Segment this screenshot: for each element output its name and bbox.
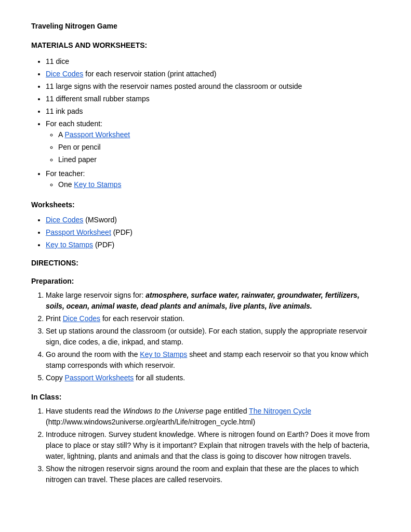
- list-item: Lined paper: [58, 154, 380, 165]
- list-item: Show the nitrogen reservoir signs around…: [46, 463, 380, 485]
- in-class-list: Have students read the Windows to the Un…: [46, 406, 380, 485]
- show-text: Show the nitrogen reservoir signs around…: [46, 464, 359, 484]
- copy-text: Copy: [46, 374, 65, 382]
- print-suffix: for each reservoir station.: [100, 314, 184, 323]
- in-class-header: In Class:: [31, 392, 380, 403]
- pdf-text1: (PDF): [111, 228, 132, 236]
- list-item: For teacher: One Key to Stamps: [46, 168, 380, 190]
- dice-codes-link2[interactable]: Dice Codes: [46, 216, 83, 224]
- preparation-list: Make large reservoir signs for: atmosphe…: [46, 290, 380, 383]
- worksheets-list: Dice Codes (MSword) Passport Worksheet (…: [46, 215, 380, 250]
- list-item: Make large reservoir signs for: atmosphe…: [46, 290, 380, 312]
- directions-header: DIRECTIONS:: [31, 258, 380, 269]
- a-text: A: [58, 130, 64, 139]
- list-item: Go around the room with the Key to Stamp…: [46, 349, 380, 371]
- msword-text: (MSword): [83, 216, 117, 224]
- teacher-sublist: One Key to Stamps: [58, 179, 380, 190]
- dice-codes-link3[interactable]: Dice Codes: [63, 314, 100, 323]
- dice-text: 11 dice: [46, 57, 69, 65]
- nitrogen-url: (http://www.windows2universe.org/earth/L…: [46, 418, 255, 426]
- materials-section: MATERIALS AND WORKSHEETS: 11 dice Dice C…: [31, 40, 380, 190]
- for-each-student-text: For each student:: [46, 119, 102, 128]
- worksheets-header: Worksheets:: [31, 200, 380, 210]
- print-text: Print: [46, 314, 63, 323]
- key-to-stamps-link[interactable]: Key to Stamps: [74, 180, 121, 189]
- signs-text: 11 large signs with the reservoir names …: [46, 82, 302, 90]
- page-entitled-text: page entitled: [203, 407, 249, 415]
- list-item: One Key to Stamps: [58, 179, 380, 190]
- inkpads-text: 11 ink pads: [46, 107, 83, 115]
- materials-header: MATERIALS AND WORKSHEETS:: [31, 40, 380, 51]
- directions-section: DIRECTIONS: Preparation: Make large rese…: [31, 258, 380, 485]
- have-students-text: Have students read the: [46, 407, 123, 415]
- lined-paper-text: Lined paper: [58, 155, 97, 164]
- list-item: Set up stations around the classroom (or…: [46, 326, 380, 348]
- list-item: A Passport Worksheet: [58, 129, 380, 140]
- page-title: Traveling Nitrogen Game: [31, 21, 380, 32]
- list-item: Passport Worksheet (PDF): [46, 227, 380, 238]
- student-sublist: A Passport Worksheet Pen or pencil Lined…: [58, 129, 380, 165]
- introduce-text: Introduce nitrogen. Survey student knowl…: [46, 430, 369, 460]
- pen-text: Pen or pencil: [58, 143, 101, 151]
- preparation-header: Preparation:: [31, 276, 380, 287]
- list-item: 11 large signs with the reservoir names …: [46, 81, 380, 92]
- list-item: Dice Codes for each reservoir station (p…: [46, 69, 380, 79]
- pdf-text2: (PDF): [93, 241, 114, 249]
- list-item: Dice Codes (MSword): [46, 215, 380, 225]
- list-item: 11 dice: [46, 56, 380, 67]
- nitrogen-cycle-link[interactable]: The Nitrogen Cycle: [249, 407, 311, 415]
- page-container: Traveling Nitrogen Game MATERIALS AND WO…: [31, 21, 380, 485]
- key-to-stamps-link3[interactable]: Key to Stamps: [140, 350, 187, 358]
- list-item: Copy Passport Worksheets for all student…: [46, 373, 380, 383]
- list-item: For each student: A Passport Worksheet P…: [46, 118, 380, 165]
- worksheets-section: Worksheets: Dice Codes (MSword) Passport…: [31, 200, 380, 250]
- materials-list: 11 dice Dice Codes for each reservoir st…: [46, 56, 380, 190]
- dice-codes-link[interactable]: Dice Codes: [46, 70, 83, 78]
- make-signs-text: Make large reservoir signs for:: [46, 291, 145, 299]
- key-to-stamps-link2[interactable]: Key to Stamps: [46, 241, 93, 249]
- list-item: Have students read the Windows to the Un…: [46, 406, 380, 428]
- list-item: Pen or pencil: [58, 142, 380, 153]
- list-item: 11 different small rubber stamps: [46, 94, 380, 104]
- passport-worksheet-link2[interactable]: Passport Worksheet: [46, 228, 111, 236]
- list-item: Introduce nitrogen. Survey student knowl…: [46, 429, 380, 462]
- setup-text: Set up stations around the classroom (or…: [46, 327, 367, 346]
- go-around-text: Go around the room with the: [46, 350, 140, 358]
- one-text: One: [58, 180, 74, 189]
- dice-codes-suffix: for each reservoir station (print attach…: [83, 70, 216, 78]
- copy-suffix: for all students.: [134, 374, 185, 382]
- windows-text: Windows to the Universe: [123, 407, 204, 415]
- passport-worksheet-link[interactable]: Passport Worksheet: [64, 130, 130, 139]
- passport-worksheets-link[interactable]: Passport Worksheets: [65, 374, 134, 382]
- stamps-text: 11 different small rubber stamps: [46, 95, 150, 103]
- list-item: 11 ink pads: [46, 106, 380, 117]
- list-item: Print Dice Codes for each reservoir stat…: [46, 313, 380, 324]
- list-item: Key to Stamps (PDF): [46, 240, 380, 250]
- for-teacher-text: For teacher:: [46, 169, 85, 178]
